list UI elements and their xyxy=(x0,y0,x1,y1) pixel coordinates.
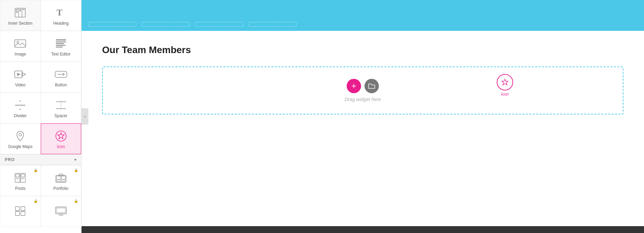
widget-divider[interactable]: Divider xyxy=(0,93,41,123)
pro-section-header[interactable]: PRO ▾ xyxy=(0,154,81,165)
widget-image[interactable]: Image xyxy=(0,31,41,62)
inner-section-icon xyxy=(14,7,26,19)
heading-icon: T xyxy=(55,7,67,19)
top-dashed-btn-1[interactable] xyxy=(88,22,136,27)
add-widget-button[interactable]: + xyxy=(347,79,361,93)
maps-icon xyxy=(14,130,26,142)
widget-icon-label: Icon xyxy=(57,144,65,149)
svg-rect-45 xyxy=(61,180,65,182)
drag-action-buttons: + xyxy=(347,79,379,93)
svg-text:T: T xyxy=(57,8,62,17)
widget-spacer[interactable]: Spacer xyxy=(41,93,82,123)
spacer-icon xyxy=(55,99,67,111)
portfolio-icon xyxy=(55,172,67,184)
svg-rect-44 xyxy=(57,180,61,182)
top-dashed-btn-2[interactable] xyxy=(142,22,190,27)
svg-rect-42 xyxy=(57,176,61,179)
pro-section-arrow-icon: ▾ xyxy=(74,157,76,162)
svg-rect-43 xyxy=(61,176,65,179)
lock-icon: 🔒 xyxy=(34,168,38,172)
top-blue-banner xyxy=(82,0,644,31)
grid-icon xyxy=(14,205,26,217)
pro-widget-grid: 🔒 Posts 🔒 xyxy=(0,165,81,227)
plus-icon: + xyxy=(351,82,356,90)
icon-widget-preview: Icon xyxy=(497,74,513,97)
svg-rect-15 xyxy=(56,45,65,46)
svg-rect-47 xyxy=(15,207,20,211)
widget-posts-label: Posts xyxy=(15,186,25,191)
svg-rect-12 xyxy=(56,39,66,40)
divider-icon xyxy=(14,99,26,111)
top-dashed-btn-3[interactable] xyxy=(195,22,243,27)
widget-portfolio[interactable]: 🔒 Portfolio xyxy=(41,165,82,196)
posts-icon xyxy=(14,172,26,184)
widget-panel: Inner Section T Heading Image xyxy=(0,0,82,233)
folder-button[interactable] xyxy=(364,79,379,93)
top-dashed-btn-4[interactable] xyxy=(249,22,297,27)
svg-marker-27 xyxy=(60,101,62,103)
folder-icon xyxy=(368,83,375,89)
pro-section-label: PRO xyxy=(5,157,15,162)
section-heading: Our Team Members xyxy=(102,45,623,56)
star-icon xyxy=(55,130,67,142)
svg-rect-8 xyxy=(23,9,25,10)
bottom-bar xyxy=(82,226,644,233)
widget-icon[interactable]: Icon xyxy=(41,123,82,154)
widget-portfolio-label: Portfolio xyxy=(53,186,69,191)
svg-rect-48 xyxy=(21,207,25,211)
icon-preview-circle xyxy=(497,74,513,90)
widget-divider-label: Divider xyxy=(14,113,27,118)
lock-icon-2: 🔒 xyxy=(74,168,78,172)
collapse-arrow-icon: < xyxy=(84,114,86,119)
svg-marker-28 xyxy=(60,107,62,109)
drag-drop-zone[interactable]: Icon + Drag widget here xyxy=(102,66,623,114)
drag-label: Drag widget here xyxy=(345,97,381,102)
panel-collapse-tab[interactable]: < xyxy=(82,108,88,125)
widget-screen-type[interactable]: 🔒 xyxy=(41,196,82,227)
widget-heading[interactable]: T Heading xyxy=(41,0,82,31)
lock-icon-3: 🔒 xyxy=(34,199,38,203)
widget-posts[interactable]: 🔒 Posts xyxy=(0,165,41,196)
svg-rect-3 xyxy=(16,9,18,10)
widget-video-label: Video xyxy=(15,83,25,87)
widget-text-editor-label: Text Editor xyxy=(51,52,71,57)
svg-rect-54 xyxy=(57,208,65,213)
video-icon xyxy=(14,68,26,81)
drag-zone-content: + Drag widget here xyxy=(345,79,381,102)
widget-grid-type[interactable]: 🔒 xyxy=(0,196,41,227)
svg-rect-35 xyxy=(16,174,19,177)
svg-rect-14 xyxy=(56,43,64,44)
widget-inner-section[interactable]: Inner Section xyxy=(0,0,41,31)
svg-rect-36 xyxy=(21,174,25,177)
svg-rect-5 xyxy=(16,12,18,13)
widget-heading-label: Heading xyxy=(53,21,69,26)
main-area: Our Team Members Icon + xyxy=(82,0,644,233)
content-area: Our Team Members Icon + xyxy=(82,31,644,226)
svg-rect-13 xyxy=(56,41,66,42)
svg-marker-24 xyxy=(19,108,21,110)
svg-rect-7 xyxy=(19,11,21,11)
widget-video[interactable]: Video xyxy=(0,62,41,93)
svg-rect-41 xyxy=(56,175,66,182)
text-editor-icon xyxy=(55,37,67,50)
svg-point-30 xyxy=(19,133,22,136)
widget-google-maps[interactable]: Google Maps xyxy=(0,123,41,154)
svg-rect-6 xyxy=(19,9,21,10)
icon-preview-label: Icon xyxy=(501,92,509,97)
svg-rect-10 xyxy=(15,40,26,47)
widget-image-label: Image xyxy=(15,52,26,57)
widget-text-editor[interactable]: Text Editor xyxy=(41,31,82,62)
widget-button-label: Button xyxy=(55,83,67,87)
widget-inner-section-label: Inner Section xyxy=(8,21,33,26)
widget-google-maps-label: Google Maps xyxy=(8,144,33,149)
lock-icon-4: 🔒 xyxy=(74,199,78,203)
svg-point-11 xyxy=(17,41,19,43)
svg-rect-16 xyxy=(56,47,63,48)
svg-marker-32 xyxy=(58,133,64,139)
svg-marker-23 xyxy=(19,100,21,102)
svg-rect-4 xyxy=(16,11,18,11)
widget-grid: Inner Section T Heading Image xyxy=(0,0,81,154)
widget-button[interactable]: Button xyxy=(41,62,82,93)
svg-marker-55 xyxy=(502,79,508,85)
svg-rect-49 xyxy=(15,211,20,216)
